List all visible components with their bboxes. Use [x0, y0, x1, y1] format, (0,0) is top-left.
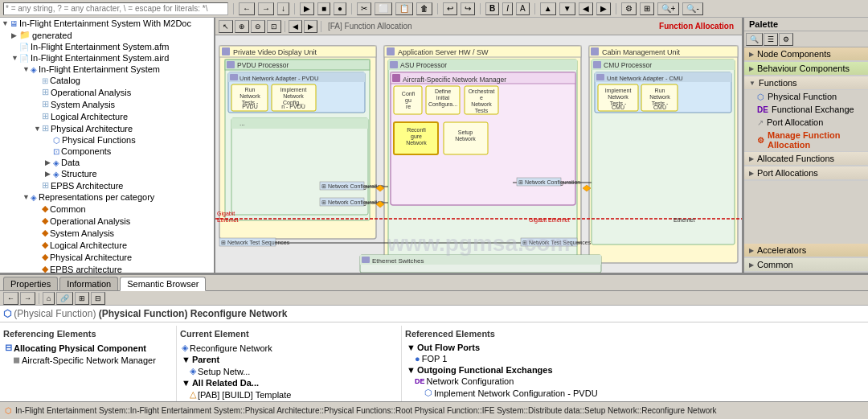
toolbar-btn-left[interactable]: ◀	[579, 2, 593, 15]
canvas-btn-pointer[interactable]: ↖	[219, 20, 233, 33]
toolbar-btn-down2[interactable]: ▼	[559, 2, 575, 15]
palette-section-accelerators-header[interactable]: ▶ Accelerators	[744, 244, 868, 257]
cur-allrelated[interactable]: ▼ All Related Da...	[180, 377, 398, 388]
palette-section-common-header[interactable]: ▶ Common	[744, 258, 868, 272]
palette-section-allocated-header[interactable]: ▶ Allocated Functions	[744, 152, 868, 166]
cur-setup[interactable]: ◈ Setup Netw...	[180, 365, 398, 377]
canvas-btn-next[interactable]: ▶	[304, 20, 317, 33]
search-input[interactable]	[3, 2, 228, 15]
tree-item-aird[interactable]: ▼ 📄 In-Flight Entertainment System.aird	[0, 52, 214, 64]
ref-fop1[interactable]: ● FOP 1	[405, 353, 865, 364]
toolbar-btn-redo[interactable]: ↪	[461, 2, 475, 15]
palette-item-functional-exchange[interactable]: DE Functional Exchange	[744, 103, 868, 116]
palette-section-port-alloc-header[interactable]: ▶ Port Allocations	[744, 166, 868, 180]
tree-item-data[interactable]: ▶ ◈ Data	[0, 157, 214, 168]
canvas-btn-fit[interactable]: ⊡	[267, 20, 281, 33]
palette-item-physical-function[interactable]: ⬡ Physical Function	[744, 90, 868, 103]
tree-item-afm[interactable]: 📄 In-Flight Entertainment System.afm	[0, 41, 214, 52]
toolbar-btn-color[interactable]: A	[516, 2, 530, 15]
middle-section: ▼ 🖥 In-Flight Entertainment System With …	[0, 18, 868, 273]
tree-item-catalog[interactable]: ⊞ Catalog	[0, 75, 214, 86]
palette-section-node: ▶ Node Components	[744, 47, 868, 62]
canvas-btn-zoom-in[interactable]: ⊕	[235, 20, 249, 33]
ref-outgoing-fe[interactable]: ▼ Outgoing Functional Exchanges	[405, 364, 865, 376]
bottom-btn-back[interactable]: ←	[3, 292, 18, 305]
ref-outflow[interactable]: ▼ Out Flow Ports	[405, 342, 865, 353]
tree-item-root[interactable]: ▼ 🖥 In-Flight Entertainment System With …	[0, 18, 214, 29]
palette-section-node-header[interactable]: ▶ Node Components	[744, 47, 868, 61]
tree-item-generated[interactable]: ▶ 📁 generated	[0, 29, 214, 41]
toolbar-btn-record[interactable]: ●	[334, 2, 346, 15]
toolbar-btn-forward[interactable]: →	[258, 2, 274, 15]
toolbar-btn-bold[interactable]: B	[485, 2, 499, 15]
tree-item-sys[interactable]: ⊞ System Analysis	[0, 98, 214, 110]
ref-network-manager[interactable]: ◼ Aircraft-Specific Network Manager	[3, 354, 173, 366]
cur-reconf[interactable]: ◈ Reconfigure Network	[180, 342, 398, 354]
tree-item-struct[interactable]: ▶ ◈ Structure	[0, 168, 214, 179]
ref-alloc-label: Allocating Physical Component	[14, 343, 146, 353]
ref-allocating[interactable]: ⊟ Allocating Physical Component	[3, 342, 173, 354]
toolbar-btn-play[interactable]: ▶	[300, 2, 314, 15]
palette-btn-menu[interactable]: ☰	[764, 33, 778, 46]
svg-rect-27	[387, 47, 395, 55]
tree-item-epbs[interactable]: ⊞ EPBS Architecture	[0, 179, 214, 191]
toolbar-btn-paste[interactable]: 📋	[395, 2, 413, 15]
toolbar-btn-undo[interactable]: ↩	[443, 2, 457, 15]
tree-item-ife-system[interactable]: ▼ ◈ In-Flight Entertainment System	[0, 64, 214, 75]
icon-generated: 📁	[19, 30, 31, 40]
tree-item-sys-analysis[interactable]: ◆ System Analysis	[0, 227, 214, 239]
tree-item-phys-arch2[interactable]: ◆ Physical Architecture	[0, 251, 214, 263]
bottom-btn-link[interactable]: 🔗	[56, 292, 73, 305]
palette-functions-label: Functions	[759, 78, 797, 88]
tab-properties[interactable]: Properties	[3, 277, 58, 290]
cur-pab-build[interactable]: △ [PAB] [BUILD] Template	[180, 388, 398, 401]
bottom-btn-collapse[interactable]: ⊟	[91, 292, 105, 305]
toolbar-btn-grid[interactable]: ⊞	[640, 2, 654, 15]
toolbar-btn-zoom-out[interactable]: 🔍-	[682, 2, 702, 15]
tree-item-logic[interactable]: ⊞ Logical Architecture	[0, 110, 214, 122]
toolbar-btn-back[interactable]: ←	[239, 2, 255, 15]
toolbar-btn-down[interactable]: ↓	[277, 2, 289, 15]
tree-item-phys-arch[interactable]: ▼ ⊞ Physical Architecture	[0, 122, 214, 134]
ref-netconfig1[interactable]: DE Network Configuration	[405, 376, 865, 387]
label-common: Common	[50, 204, 86, 214]
cur-parent[interactable]: ▼ Parent	[180, 354, 398, 365]
tree-item-epbs-arch[interactable]: ◆ EPBS architecture	[0, 263, 214, 273]
palette-item-port-allocation[interactable]: ↗ Port Allocation	[744, 116, 868, 129]
toolbar-btn-cut[interactable]: ✂	[357, 2, 371, 15]
toolbar-btn-copy[interactable]: ⬜	[375, 2, 392, 15]
toolbar-btn-right[interactable]: ▶	[596, 2, 611, 15]
toolbar-btn-delete[interactable]: 🗑	[416, 2, 432, 15]
bottom-btn-forward[interactable]: →	[20, 292, 35, 305]
tree-item-common[interactable]: ◆ Common	[0, 203, 214, 215]
palette-btn-settings[interactable]: ⚙	[779, 33, 793, 46]
svg-text:Setup: Setup	[458, 129, 473, 136]
toolbar-btn-italic[interactable]: I	[502, 2, 513, 15]
canvas-btn-prev[interactable]: ◀	[289, 20, 302, 33]
toolbar-btn-up[interactable]: ▲	[540, 2, 556, 15]
bottom-btn-home[interactable]: ⌂	[43, 292, 55, 305]
ref-impl-pvdu[interactable]: ⬡ Implement Network Configuration - PVDU	[405, 387, 865, 399]
canvas-content[interactable]: Private Video Display Unit PVDU Processo…	[215, 35, 742, 273]
palette-section-functions-header[interactable]: ▼ Functions	[744, 76, 868, 90]
cur-allrel-expand: ▼	[182, 378, 190, 388]
tree-item-rep-cat[interactable]: ▼ ◈ Representations per category	[0, 191, 214, 203]
palette-item-manage-function-allocation[interactable]: ⚙ Manage Function Allocation	[744, 129, 868, 151]
tree-item-phys-func[interactable]: ⬡ Physical Functions	[0, 134, 214, 146]
tree-item-logic-arch[interactable]: ◆ Logical Architecture	[0, 239, 214, 251]
tab-information[interactable]: Information	[59, 277, 118, 290]
palette-btn-search[interactable]: 🔍	[746, 33, 763, 46]
svg-rect-31	[390, 61, 398, 68]
tree-item-ops[interactable]: ⊞ Operational Analysis	[0, 86, 214, 98]
toolbar-btn-zoom-in[interactable]: 🔍+	[657, 2, 680, 15]
tree-item-op-analysis[interactable]: ◆ Operational Analysis	[0, 215, 214, 227]
toolbar-btn-settings[interactable]: ⚙	[621, 2, 637, 15]
tree-item-comp[interactable]: ⊡ Components	[0, 146, 214, 157]
canvas-btn-zoom-out[interactable]: ⊖	[251, 20, 265, 33]
svg-text:CMU: CMU	[653, 105, 666, 110]
toolbar-btn-stop[interactable]: ■	[317, 2, 330, 15]
tab-semantic-browser[interactable]: Semantic Browser	[120, 277, 206, 291]
status-text: In-Flight Entertainment System::In-Fligh…	[15, 406, 717, 415]
bottom-btn-expand[interactable]: ⊞	[75, 292, 89, 305]
palette-section-behaviour-header[interactable]: ▶ Behaviour Components	[744, 62, 868, 76]
